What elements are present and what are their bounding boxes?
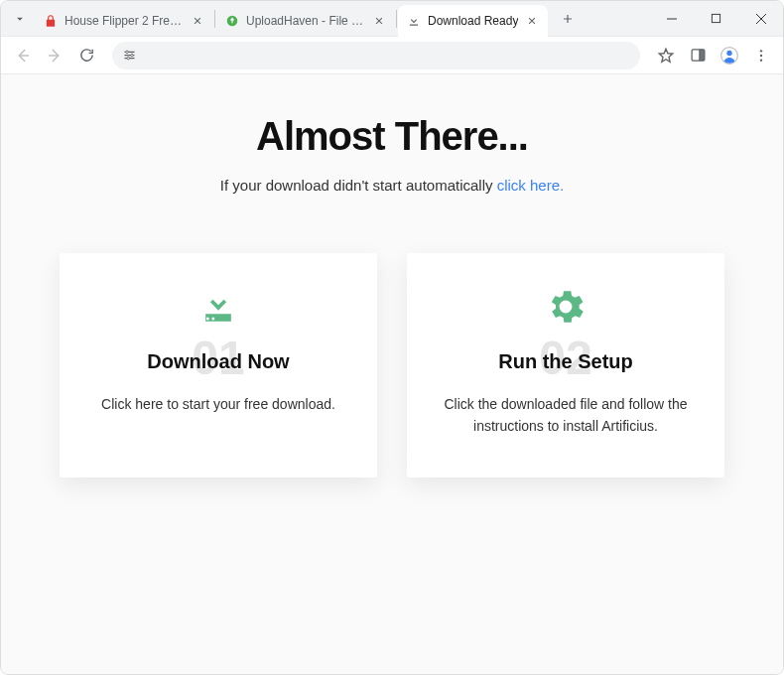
card-2-desc: Click the downloaded file and follow the… — [431, 393, 701, 438]
tab-search-button[interactable] — [7, 6, 33, 32]
svg-point-3 — [131, 54, 134, 57]
tune-icon — [122, 48, 137, 63]
click-here-link[interactable]: click here. — [497, 177, 565, 194]
panel-icon — [690, 47, 707, 64]
favicon-tab-1 — [43, 13, 59, 29]
kebab-icon — [753, 48, 769, 64]
svg-point-2 — [126, 51, 129, 54]
svg-point-10 — [760, 54, 762, 56]
cards-row: 01 Download Now Click here to start your… — [21, 253, 763, 477]
arrow-left-icon — [14, 47, 32, 65]
chevron-down-icon — [13, 12, 27, 26]
svg-point-8 — [726, 50, 731, 55]
tab-3-close[interactable] — [524, 13, 540, 29]
nav-forward-button[interactable] — [41, 42, 68, 69]
window-controls — [649, 1, 783, 37]
tab-1-close[interactable] — [190, 13, 205, 29]
close-icon — [755, 13, 767, 25]
browser-titlebar: House Flipper 2 Free Downloa… UploadHave… — [1, 1, 783, 37]
tab-2[interactable]: UploadHaven - File Sharing Ma… — [216, 5, 395, 37]
tab-2-close[interactable] — [371, 13, 387, 29]
svg-point-9 — [760, 50, 762, 52]
bookmark-button[interactable] — [652, 42, 680, 69]
reload-icon — [78, 47, 95, 64]
card-1-title: Download Now — [83, 350, 353, 373]
close-icon — [527, 16, 537, 26]
tab-3-active[interactable]: Download Ready — [398, 5, 548, 37]
favicon-tab-3 — [406, 13, 422, 29]
plus-icon — [561, 12, 575, 26]
svg-rect-1 — [712, 14, 719, 22]
nav-back-button[interactable] — [9, 42, 37, 69]
arrow-right-icon — [46, 47, 64, 65]
nav-reload-button[interactable] — [72, 42, 100, 69]
card-1-desc: Click here to start your free download. — [83, 393, 353, 415]
close-icon — [193, 16, 202, 26]
svg-point-11 — [760, 59, 762, 61]
download-icon — [83, 283, 353, 331]
tabs-area: House Flipper 2 Free Downloa… UploadHave… — [1, 1, 649, 36]
star-icon — [657, 47, 675, 65]
svg-point-4 — [127, 57, 130, 60]
download-icon — [407, 14, 421, 28]
new-tab-button[interactable] — [554, 5, 582, 33]
maximize-icon — [711, 13, 721, 24]
svg-rect-6 — [699, 50, 704, 61]
tab-separator — [396, 10, 397, 28]
tab-2-title: UploadHaven - File Sharing Ma… — [246, 14, 365, 28]
page-content: Almost There... If your download didn't … — [1, 74, 783, 674]
browser-window: House Flipper 2 Free Downloa… UploadHave… — [0, 0, 784, 675]
browser-toolbar — [1, 37, 783, 74]
window-maximize-button[interactable] — [694, 1, 738, 37]
card-2-title: Run the Setup — [431, 350, 701, 373]
omnibox[interactable] — [112, 42, 640, 69]
tab-3-title: Download Ready — [428, 14, 518, 28]
subheading-text: If your download didn't start automatica… — [220, 177, 497, 194]
gear-icon — [431, 283, 701, 331]
window-close-button[interactable] — [738, 1, 783, 37]
favicon-tab-2 — [224, 13, 240, 29]
window-minimize-button[interactable] — [649, 1, 694, 37]
minimize-icon — [666, 13, 678, 25]
tab-1[interactable]: House Flipper 2 Free Downloa… — [35, 5, 213, 37]
menu-button[interactable] — [747, 42, 775, 69]
tab-1-title: House Flipper 2 Free Downloa… — [65, 14, 184, 28]
tab-separator — [214, 10, 215, 28]
side-panel-button[interactable] — [684, 42, 712, 69]
profile-icon — [719, 46, 739, 66]
profile-button[interactable] — [716, 42, 743, 69]
page-subheading: If your download didn't start automatica… — [21, 177, 763, 194]
run-setup-card: 02 Run the Setup Click the downloaded fi… — [407, 253, 724, 477]
page-heading: Almost There... — [21, 114, 763, 159]
download-now-card[interactable]: 01 Download Now Click here to start your… — [60, 253, 377, 477]
close-icon — [374, 16, 384, 26]
